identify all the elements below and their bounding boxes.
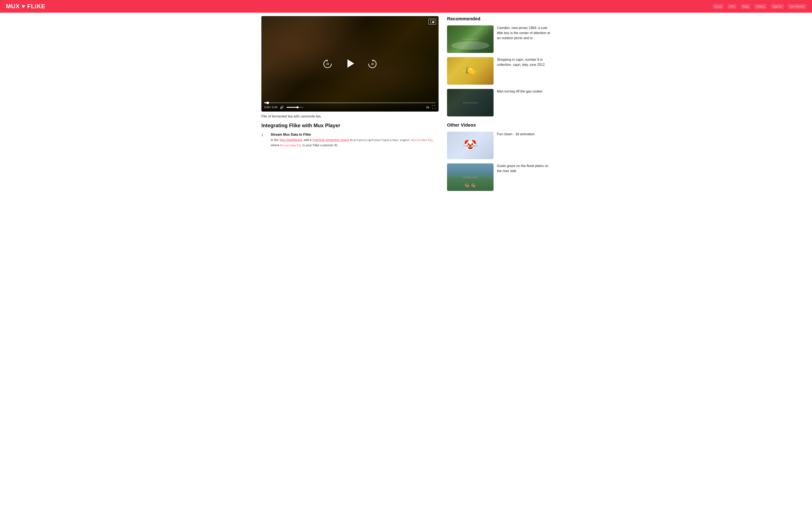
watermark-1: shutterstock bbox=[447, 25, 494, 53]
other-info-1: Fun clown - 3d animation bbox=[497, 132, 551, 137]
step-title: Stream Mux Data to Flike bbox=[271, 133, 439, 137]
goats-thumbnail: 🐐🐐 bbox=[447, 163, 494, 191]
volume-fill bbox=[287, 107, 297, 108]
video-description: Pile of fermented tea with camomile tea. bbox=[261, 114, 439, 118]
mux-dashboard-link[interactable]: Mux Dashboard bbox=[280, 138, 302, 142]
svg-text:10: 10 bbox=[326, 63, 329, 65]
article-title: Integrating Flike with Mux Player bbox=[261, 123, 439, 129]
picnic-thumbnail: shutterstock bbox=[447, 25, 494, 53]
volume-icon[interactable]: 🔊 bbox=[280, 105, 284, 109]
controls-row: 0:00 / 0:29 🔊 1x ⛶ bbox=[264, 105, 436, 109]
fullscreen-button[interactable]: ⛶ bbox=[432, 105, 436, 109]
nav-item-2[interactable]: API bbox=[728, 4, 736, 9]
logo[interactable]: MUX ♥ FLIKE bbox=[6, 3, 45, 10]
nav-item-1[interactable]: Docs bbox=[713, 4, 724, 9]
rewind-button[interactable]: 10 bbox=[322, 58, 333, 70]
other-videos-title: Other Videos bbox=[447, 123, 551, 128]
recommended-info-3: Man turning off the gas cooker bbox=[497, 89, 551, 94]
recommended-video-title-2: Shopping in capri, number 8 in collectio… bbox=[497, 57, 551, 67]
other-card-1[interactable]: 🤡 shutterstock Fun clown - 3d animation bbox=[447, 132, 551, 159]
time-display: 0:00 / 0:29 bbox=[264, 106, 277, 109]
recommended-title: Recommended bbox=[447, 16, 551, 22]
recommended-info-1: Camden, new jersey 1964: a cute little b… bbox=[497, 25, 551, 41]
code-customer-id-2: ${customerId} bbox=[280, 144, 301, 147]
video-thumbnail: 10 10 bbox=[261, 16, 439, 112]
recommended-video-title-3: Man turning off the gas cooker bbox=[497, 89, 551, 94]
recommended-thumb-2: shutterstock bbox=[447, 57, 494, 85]
nav-item-5[interactable]: Sign In bbox=[771, 4, 783, 9]
lemons-thumbnail bbox=[447, 57, 494, 85]
left-column: 10 10 bbox=[261, 16, 445, 195]
main-container: 10 10 bbox=[258, 13, 554, 195]
video-player[interactable]: 10 10 bbox=[261, 16, 439, 112]
progress-bar[interactable] bbox=[264, 102, 436, 103]
header-nav: Docs API Blog Status Sign In Get Started bbox=[713, 4, 806, 9]
code-path: projects/goflike/topics/mux-ingest- bbox=[353, 139, 411, 142]
nav-item-4[interactable]: Status bbox=[754, 4, 766, 9]
volume-handle[interactable] bbox=[296, 106, 298, 108]
step-text: In the Mux Dashboard, add a Pub/Sub stre… bbox=[271, 137, 439, 148]
step-number: 1 bbox=[261, 133, 267, 137]
recommended-video-title-1: Camden, new jersey 1964: a cute little b… bbox=[497, 25, 551, 41]
video-center-controls: 10 10 bbox=[322, 57, 378, 71]
header: MUX ♥ FLIKE Docs API Blog Status Sign In… bbox=[0, 0, 812, 13]
svg-rect-1 bbox=[432, 21, 434, 23]
step-item: 1 Stream Mux Data to Flike In the Mux Da… bbox=[261, 133, 439, 148]
steps-list: 1 Stream Mux Data to Flike In the Mux Da… bbox=[261, 133, 439, 148]
recommended-card-2[interactable]: shutterstock Shopping in capri, number 8… bbox=[447, 57, 551, 85]
pubsub-link[interactable]: Pub/Sub streaming export bbox=[313, 138, 349, 142]
pip-button[interactable] bbox=[428, 19, 436, 25]
other-info-2: Goats graze on the flood plains on the r… bbox=[497, 163, 551, 173]
recommended-thumb-1: shutterstock bbox=[447, 25, 494, 53]
forward-button[interactable]: 10 bbox=[367, 58, 378, 70]
nav-item-3[interactable]: Blog bbox=[741, 4, 750, 9]
recommended-card-3[interactable]: shutterstock Man turning off the gas coo… bbox=[447, 89, 551, 116]
code-customer-id-1: ${customerId} bbox=[411, 139, 433, 142]
other-video-title-1: Fun clown - 3d animation bbox=[497, 132, 551, 137]
other-card-2[interactable]: 🐐🐐 shutterstock Goats graze on the flood… bbox=[447, 163, 551, 191]
other-thumb-2: 🐐🐐 shutterstock bbox=[447, 163, 494, 191]
svg-marker-3 bbox=[347, 59, 354, 68]
gas-thumbnail bbox=[447, 89, 494, 116]
speed-button[interactable]: 1x bbox=[426, 106, 429, 109]
recommended-thumb-3: shutterstock bbox=[447, 89, 494, 116]
recommended-card-1[interactable]: shutterstock Camden, new jersey 1964: a … bbox=[447, 25, 551, 53]
other-video-title-2: Goats graze on the flood plains on the r… bbox=[497, 163, 551, 173]
nav-item-6[interactable]: Get Started bbox=[788, 4, 806, 9]
recommended-info-2: Shopping in capri, number 8 in collectio… bbox=[497, 57, 551, 67]
progress-handle[interactable] bbox=[266, 102, 269, 104]
clown-thumbnail: 🤡 bbox=[447, 132, 494, 159]
logo-text: MUX ♥ FLIKE bbox=[6, 3, 45, 10]
step-content: Stream Mux Data to Flike In the Mux Dash… bbox=[271, 133, 439, 148]
video-bottom-controls: 0:00 / 0:29 🔊 1x ⛶ bbox=[261, 101, 439, 112]
play-button[interactable] bbox=[344, 57, 356, 71]
volume-slider[interactable] bbox=[287, 107, 303, 108]
right-column: Recommended shutterstock Camden, new jer… bbox=[445, 16, 551, 195]
svg-text:10: 10 bbox=[371, 63, 374, 65]
other-thumb-1: 🤡 shutterstock bbox=[447, 132, 494, 159]
